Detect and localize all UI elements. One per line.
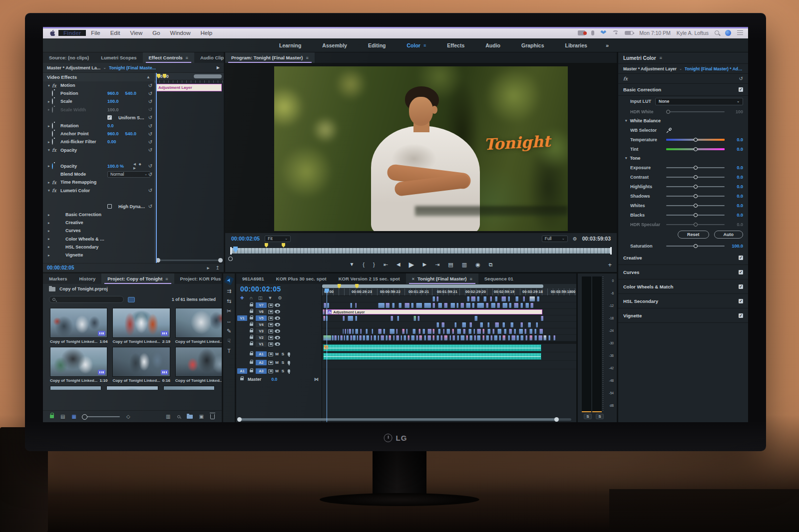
section-color-wheels-match[interactable]: Color Wheels & Match✓ — [618, 279, 748, 294]
timeline-clip[interactable] — [460, 335, 464, 340]
list-view-icon[interactable]: ▤ — [60, 414, 65, 419]
menubar-item-edit[interactable]: Edit — [105, 30, 125, 36]
workspace-tab-graphics[interactable]: Graphics — [511, 42, 555, 48]
sync-lock-icon[interactable] — [268, 336, 273, 340]
add-marker-icon[interactable]: ▼ — [268, 295, 273, 300]
panel-menu-icon[interactable]: ≡ — [660, 55, 662, 60]
video-lane-v7[interactable] — [322, 296, 576, 302]
lock-icon[interactable] — [250, 323, 253, 326]
timeline-clip[interactable] — [324, 303, 326, 308]
lumetri-slider-row[interactable]: Tint0.0 — [618, 144, 748, 154]
timeline-clip[interactable] — [400, 335, 402, 340]
timeline-clip[interactable] — [340, 335, 343, 340]
timeline-clip[interactable] — [525, 303, 529, 308]
timeline-clip[interactable] — [469, 335, 472, 340]
selection-tool[interactable]: ➤ — [224, 275, 234, 285]
timeline-clip[interactable] — [520, 335, 523, 340]
sync-lock-icon[interactable] — [268, 323, 273, 327]
ec-playhead[interactable] — [156, 73, 157, 263]
timeline-clip[interactable] — [495, 296, 497, 301]
timeline-clip[interactable] — [378, 303, 385, 308]
property-label[interactable]: HSL Secondary — [60, 245, 107, 250]
reset-icon[interactable]: ↺ — [146, 131, 154, 137]
project-item-thumbnail[interactable] — [175, 308, 222, 338]
play-icon[interactable]: ▶ — [409, 261, 414, 268]
video-track-header-v7[interactable]: V7 — [236, 302, 322, 308]
track-output-eye-icon[interactable] — [275, 323, 280, 326]
section-basic-correction[interactable]: Basic Correction — [623, 87, 661, 92]
property-label[interactable]: Creative — [60, 220, 107, 225]
contrast-slider[interactable] — [666, 177, 725, 178]
hdr-specular-slider[interactable] — [666, 224, 725, 225]
timeline-clip[interactable] — [477, 329, 480, 334]
reset-icon[interactable]: ↺ — [146, 115, 154, 120]
voiceover-mic-icon[interactable] — [288, 352, 290, 356]
twirl-icon[interactable]: ▾ — [46, 83, 52, 88]
auto-button[interactable]: Auto — [714, 231, 744, 239]
timeline-clip[interactable] — [553, 335, 555, 340]
slider-value[interactable]: 0.0 — [729, 137, 743, 142]
lumetri-slider-row[interactable]: Highlights0.0 — [618, 182, 748, 191]
white-balance-header[interactable]: White Balance — [630, 118, 661, 123]
twirl-icon[interactable]: ▾ — [46, 188, 52, 193]
timeline-clip[interactable] — [397, 316, 399, 321]
timeline-clip[interactable] — [338, 335, 339, 340]
program-playhead[interactable] — [233, 247, 238, 253]
sync-lock-icon[interactable] — [268, 342, 273, 346]
timeline-clip[interactable] — [386, 303, 390, 308]
effect-row[interactable]: ▸fxTime Remapping — [43, 178, 154, 186]
section-checkbox[interactable]: ✓ — [739, 284, 743, 289]
reset-icon[interactable]: ↺ — [146, 123, 154, 129]
timeline-clip[interactable] — [504, 329, 506, 334]
project-item-thumbnail[interactable] — [50, 386, 101, 390]
mark-out-icon[interactable]: } — [373, 262, 375, 267]
timeline-clip[interactable] — [438, 329, 441, 334]
close-icon[interactable]: × — [412, 276, 414, 281]
automate-to-sequence-icon[interactable]: ▥ — [166, 414, 170, 419]
voiceover-mic-icon[interactable] — [288, 361, 290, 364]
timeline-clip[interactable] — [477, 296, 479, 301]
whites-slider[interactable] — [666, 205, 725, 206]
property-label[interactable]: Vignette — [60, 253, 107, 258]
timeline-clip[interactable] — [438, 303, 442, 308]
timeline-clip[interactable] — [539, 329, 543, 334]
reset-icon[interactable]: ↺ — [146, 204, 154, 209]
eyedropper-icon[interactable] — [666, 127, 672, 133]
timeline-clip[interactable] — [509, 303, 511, 308]
slider-value[interactable]: 0.0 — [729, 147, 743, 152]
reset-icon[interactable]: ↺ — [146, 139, 154, 145]
hdr-white-slider[interactable] — [666, 111, 725, 112]
effect-row[interactable]: ✓Uniform Scale↺ — [43, 114, 154, 122]
property-value[interactable]: 960.0 — [107, 131, 119, 136]
snap-icon[interactable]: ∩ — [250, 295, 253, 300]
sync-lock-icon[interactable] — [268, 310, 273, 314]
ec-tab[interactable]: Effect Controls≡ — [143, 52, 194, 63]
effect-row[interactable]: ▸Color Wheels & Match — [43, 235, 154, 243]
slider-value[interactable]: 0.0 — [729, 184, 743, 189]
shadows-slider[interactable] — [666, 196, 725, 197]
slip-tool[interactable]: ↔ — [226, 318, 232, 324]
temperature-slider[interactable] — [666, 139, 725, 141]
program-tab[interactable]: Program: Tonight (Final Master) ≡ — [225, 52, 315, 63]
effect-row[interactable]: ▾fxLumetri Color↺ — [43, 186, 154, 194]
audio-track-header-a2[interactable]: A2MS — [236, 358, 322, 367]
microphone-status-icon[interactable] — [591, 30, 594, 35]
timeline-clip[interactable] — [350, 303, 352, 308]
property-label[interactable]: Color Wheels & Match — [60, 237, 107, 242]
track-badge-v2[interactable]: V2 — [256, 335, 267, 340]
twirl-icon[interactable]: ▾ — [46, 148, 52, 152]
sync-lock-icon[interactable] — [268, 369, 273, 373]
twirl-icon[interactable]: ▸ — [46, 164, 52, 168]
timeline-clip[interactable] — [327, 303, 329, 308]
workspace-overflow-button[interactable]: » — [598, 42, 617, 48]
add-button-icon[interactable]: + — [608, 261, 612, 268]
fit-dropdown[interactable]: Fit⌄ — [265, 236, 291, 242]
timeline-horizontal-scrollbar[interactable] — [238, 418, 571, 421]
panel-menu-icon[interactable]: ≡ — [186, 55, 188, 60]
export-icon[interactable]: ↥ — [216, 265, 220, 270]
lock-icon[interactable] — [250, 330, 253, 332]
timeline-clip[interactable] — [444, 303, 447, 308]
track-output-eye-icon[interactable] — [275, 329, 280, 333]
solo-button[interactable]: S — [281, 360, 285, 365]
workspace-tab-libraries[interactable]: Libraries — [555, 42, 598, 48]
